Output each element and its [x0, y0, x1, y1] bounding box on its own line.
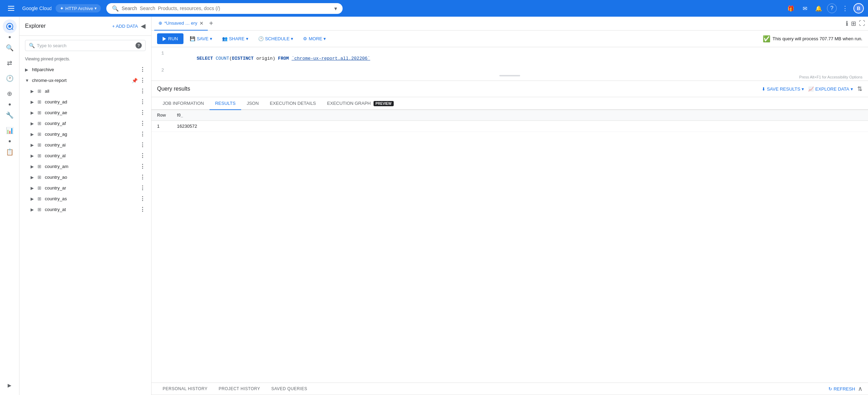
email-icon[interactable]: ✉ — [799, 3, 810, 14]
tree-item-country_ai[interactable]: ▶ ⊞ country_ai ⋮ — [19, 140, 151, 150]
tree-item-country_at[interactable]: ▶ ⊞ country_at ⋮ — [19, 204, 151, 215]
nav-icon-reports[interactable]: 📋 — [3, 145, 17, 159]
more-icon-country_ai[interactable]: ⋮ — [140, 142, 146, 148]
tree-item-country_al[interactable]: ▶ ⊞ country_al ⋮ — [19, 150, 151, 161]
explorer-help-icon[interactable]: ? — [136, 42, 142, 49]
more-icon-chrome-ux[interactable]: ⋮ — [140, 77, 146, 84]
tab-json[interactable]: JSON — [241, 97, 264, 110]
chevron-icon-httparchive: ▶ — [25, 67, 30, 72]
nav-icon-bigquery[interactable] — [3, 19, 17, 33]
refresh-label: REFRESH — [834, 386, 855, 392]
tree-item-country_ar[interactable]: ▶ ⊞ country_ar ⋮ — [19, 183, 151, 193]
nav-icon-tools[interactable]: 🔧 — [3, 108, 17, 122]
nav-icon-chart[interactable]: 📊 — [3, 124, 17, 137]
global-search-input[interactable] — [140, 6, 331, 11]
table-icon-country_ao: ⊞ — [38, 175, 41, 180]
tree-item-country_am[interactable]: ▶ ⊞ country_am ⋮ — [19, 161, 151, 172]
tab-info-icon[interactable]: ℹ — [846, 20, 848, 27]
tree-item-country_ad[interactable]: ▶ ⊞ country_ad ⋮ — [19, 96, 151, 107]
help-icon[interactable]: ? — [827, 3, 837, 13]
nav-icon-schedule[interactable]: ⊕ — [3, 87, 17, 101]
global-search-bar[interactable]: 🔍 Search ▾ — [106, 3, 343, 14]
saved-queries-label: SAVED QUERIES — [271, 386, 308, 391]
nav-icon-history[interactable]: 🕐 — [3, 72, 17, 85]
tab-fullscreen-icon[interactable]: ⛶ — [859, 20, 865, 27]
more-icon-httparchive[interactable]: ⋮ — [140, 66, 146, 73]
save-button[interactable]: 💾 SAVE ▾ — [186, 34, 216, 43]
more-icon-country_ar[interactable]: ⋮ — [140, 185, 146, 191]
bottom-tabs: PERSONAL HISTORY PROJECT HISTORY SAVED Q… — [152, 383, 868, 395]
bottom-tab-personal-history[interactable]: PERSONAL HISTORY — [157, 383, 213, 395]
tab-results[interactable]: RESULTS — [210, 97, 241, 110]
tree-item-all[interactable]: ▶ ⊞ all ⋮ — [19, 86, 151, 96]
bottom-tab-saved-queries[interactable]: SAVED QUERIES — [266, 383, 313, 395]
add-data-button[interactable]: + ADD DATA — [112, 24, 138, 29]
main-layout: 🔍 ⇄ 🕐 ⊕ 🔧 📊 📋 ▶ Explorer + ADD DATA ◀ 🔍 … — [0, 17, 868, 395]
tab-execution-details[interactable]: EXECUTION DETAILS — [264, 97, 322, 110]
tree-item-httparchive[interactable]: ▶ httparchive ⋮ — [19, 64, 151, 75]
search-expand-icon[interactable]: ▾ — [334, 5, 337, 12]
more-icon[interactable]: ⋮ — [840, 3, 851, 14]
more-icon-country_ad[interactable]: ⋮ — [140, 99, 146, 105]
tree-item-country_af[interactable]: ▶ ⊞ country_af ⋮ — [19, 118, 151, 129]
tab-execution-graph[interactable]: EXECUTION GRAPH PREVIEW — [321, 97, 399, 110]
nav-icon-transfer[interactable]: ⇄ — [3, 56, 17, 70]
chevron-icon-country_as: ▶ — [31, 196, 35, 201]
notifications-icon[interactable]: 🔔 — [813, 3, 824, 14]
collapse-sidebar-button[interactable]: ◀ — [141, 22, 146, 30]
more-icon-country_al[interactable]: ⋮ — [140, 152, 146, 159]
more-icon-all[interactable]: ⋮ — [140, 88, 146, 94]
tree-label-all: all — [45, 89, 138, 94]
chevron-down-icon: ▾ — [95, 6, 97, 11]
tab-add-button[interactable]: + — [209, 19, 213, 27]
editor-line-1: 1 SELECT COUNT(DISTINCT origin) FROM `ch… — [152, 50, 868, 67]
editor-area[interactable]: 1 SELECT COUNT(DISTINCT origin) FROM `ch… — [152, 47, 868, 81]
google-cloud-logo[interactable]: Google Cloud — [22, 5, 51, 11]
hamburger-icon[interactable] — [4, 1, 18, 15]
nav-icon-search[interactable]: 🔍 — [3, 41, 17, 55]
avatar[interactable]: B — [853, 3, 864, 14]
more-icon-country_ae[interactable]: ⋮ — [140, 109, 146, 116]
tab-results-label: RESULTS — [215, 101, 236, 106]
more-icon-country_at[interactable]: ⋮ — [140, 206, 146, 213]
explorer-actions: + ADD DATA ◀ — [112, 22, 146, 30]
results-title: Query results — [157, 86, 190, 92]
collapse-bottom-icon[interactable]: ∧ — [858, 385, 862, 393]
svg-text:Google Cloud: Google Cloud — [22, 6, 51, 11]
explore-data-button[interactable]: 📈 EXPLORE DATA ▾ — [808, 86, 853, 92]
more-icon-country_am[interactable]: ⋮ — [140, 163, 146, 170]
query-tab-unsaved[interactable]: ⊕ *Unsaved … ery ✕ — [154, 17, 208, 31]
tree-item-country_ao[interactable]: ▶ ⊞ country_ao ⋮ — [19, 172, 151, 183]
more-button[interactable]: ⚙ MORE ▾ — [300, 34, 329, 43]
tab-close-icon[interactable]: ✕ — [199, 20, 204, 26]
refresh-button[interactable]: ↻ REFRESH — [828, 386, 855, 392]
tree-item-chrome-ux-report[interactable]: ▼ chrome-ux-report 📌 ⋮ — [19, 75, 151, 86]
tree-item-country_ag[interactable]: ▶ ⊞ country_ag ⋮ — [19, 129, 151, 140]
scroll-handle — [499, 75, 520, 76]
chevron-icon-country_am: ▶ — [31, 164, 35, 169]
more-icon-country_af[interactable]: ⋮ — [140, 120, 146, 127]
tree-item-country_ae[interactable]: ▶ ⊞ country_ae ⋮ — [19, 107, 151, 118]
more-icon-country_ag[interactable]: ⋮ — [140, 131, 146, 137]
save-results-button[interactable]: ⬇ SAVE RESULTS ▾ — [762, 86, 804, 92]
pin-icon-chrome-ux[interactable]: 📌 — [132, 78, 138, 83]
expand-results-icon[interactable]: ⇅ — [857, 85, 862, 93]
bottom-tab-project-history[interactable]: PROJECT HISTORY — [213, 383, 266, 395]
more-icon-country_ao[interactable]: ⋮ — [140, 174, 146, 180]
tab-grid-icon[interactable]: ⊞ — [851, 20, 856, 27]
run-button[interactable]: RUN — [157, 33, 183, 44]
explorer-search-input[interactable] — [37, 43, 133, 48]
project-selector[interactable]: ✦ HTTP Archive ▾ — [56, 4, 101, 12]
tab-execution-graph-label: EXECUTION GRAPH — [327, 101, 371, 106]
share-button[interactable]: 👥 SHARE ▾ — [219, 34, 252, 43]
nav-expand-icon[interactable]: ▶ — [3, 378, 17, 392]
more-icon-country_as[interactable]: ⋮ — [140, 195, 146, 202]
schedule-button[interactable]: 🕐 SCHEDULE ▾ — [255, 34, 297, 43]
editor-line-2: 2 — [152, 67, 868, 74]
save-chevron: ▾ — [210, 36, 212, 41]
tree-item-country_as[interactable]: ▶ ⊞ country_as ⋮ — [19, 193, 151, 204]
tab-job-information[interactable]: JOB INFORMATION — [157, 97, 210, 110]
table-icon-country_ar: ⊞ — [38, 185, 41, 191]
gifts-icon[interactable]: 🎁 — [785, 3, 796, 14]
schedule-chevron: ▾ — [291, 36, 293, 41]
